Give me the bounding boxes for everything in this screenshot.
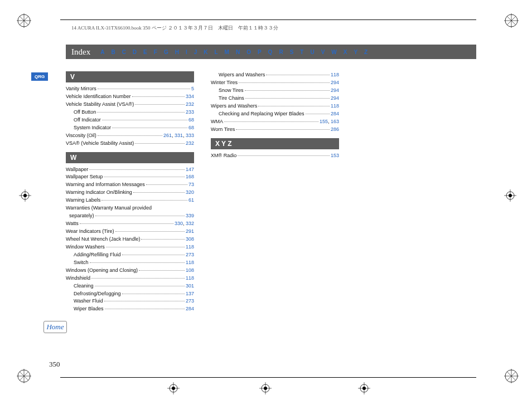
alpha-link-r[interactable]: R: [279, 49, 283, 55]
index-entry-label: Wipers and Washers: [211, 103, 257, 110]
leader-dots: [238, 155, 330, 156]
page-link[interactable]: 163: [331, 119, 339, 124]
index-entry: Wipers and Washers118: [211, 71, 339, 79]
leader-dots: [139, 270, 185, 271]
home-button[interactable]: Home: [43, 321, 67, 333]
qrg-tab-link[interactable]: QRG: [31, 72, 48, 81]
page-link[interactable]: 284: [186, 306, 194, 311]
index-entry-label: Wheel Nut Wrench (Jack Handle): [66, 236, 140, 243]
alpha-link-l[interactable]: L: [214, 49, 217, 55]
page-link[interactable]: 68: [188, 117, 194, 123]
index-entry-pages: 261, 331, 333: [163, 132, 194, 140]
page-link[interactable]: 118: [331, 103, 339, 109]
alpha-link-o[interactable]: O: [246, 49, 251, 55]
alpha-link-j[interactable]: J: [194, 49, 197, 55]
page-link[interactable]: 73: [188, 182, 194, 187]
page-link[interactable]: 5: [191, 86, 194, 91]
page-link[interactable]: 331: [175, 133, 183, 138]
alpha-link-m[interactable]: M: [225, 49, 229, 55]
index-entry: Adding/Refilling Fluid273: [66, 251, 194, 259]
index-entry-pages: 330, 332: [175, 220, 194, 228]
page-link[interactable]: 118: [331, 72, 339, 77]
alpha-link-q[interactable]: Q: [268, 49, 273, 55]
page-link[interactable]: 286: [331, 126, 339, 132]
leader-dots: [98, 89, 190, 89]
page-link[interactable]: 333: [186, 133, 194, 138]
alpha-link-k[interactable]: K: [204, 49, 207, 55]
alpha-link-u[interactable]: U: [310, 49, 314, 55]
alpha-link-g[interactable]: G: [164, 49, 168, 55]
frame-line-bottom: [60, 377, 476, 378]
index-entry-pages: 308: [186, 236, 194, 243]
alpha-link-f[interactable]: F: [154, 49, 157, 55]
page-link[interactable]: 294: [331, 87, 339, 93]
page-link[interactable]: 291: [186, 228, 194, 234]
index-entry-label: Checking and Replacing Wiper Blades: [219, 110, 304, 118]
page-link[interactable]: 232: [186, 101, 194, 107]
page-link[interactable]: 261: [163, 133, 172, 138]
index-entry-label: Off Indicator: [74, 116, 101, 124]
page-link[interactable]: 273: [186, 252, 194, 257]
index-entry-label: Wiper Blades: [74, 305, 104, 313]
page-link[interactable]: 233: [186, 109, 194, 115]
page-link[interactable]: 153: [331, 153, 339, 158]
page-link[interactable]: 155: [320, 119, 328, 124]
alpha-link-d[interactable]: D: [133, 49, 137, 55]
alpha-link-p[interactable]: P: [258, 49, 262, 55]
leader-dots: [122, 255, 185, 255]
page-link[interactable]: 301: [186, 283, 194, 289]
index-entry: Off Button233: [66, 109, 194, 116]
page-link[interactable]: 118: [186, 275, 194, 281]
leader-dots: [97, 112, 185, 113]
page-link[interactable]: 137: [186, 291, 194, 296]
index-entry-pages: 339: [186, 212, 194, 220]
alpha-link-y[interactable]: Y: [354, 49, 357, 55]
leader-dots: [132, 96, 185, 97]
page-link[interactable]: 273: [186, 298, 194, 304]
crop-mark-icon: [504, 369, 519, 383]
page-link[interactable]: 118: [186, 244, 194, 250]
index-entry-pages: 294: [331, 79, 339, 87]
index-entry-pages: 68: [188, 124, 194, 132]
index-entry-pages: 118: [331, 71, 339, 79]
registration-mark-icon: [167, 382, 180, 394]
alpha-link-x[interactable]: X: [344, 49, 347, 55]
page-link[interactable]: 320: [186, 189, 194, 195]
alpha-link-s[interactable]: S: [290, 49, 294, 55]
page-link[interactable]: 232: [186, 140, 194, 146]
page-link[interactable]: 108: [186, 267, 194, 273]
index-entry: Wheel Nut Wrench (Jack Handle)308: [66, 236, 194, 243]
page-link[interactable]: 294: [331, 80, 339, 85]
page-link[interactable]: 294: [331, 95, 339, 101]
index-entry-pages: 232: [186, 140, 194, 148]
alpha-link-c[interactable]: C: [122, 49, 126, 55]
page-link[interactable]: 168: [186, 174, 194, 179]
alpha-link-b[interactable]: B: [111, 49, 115, 55]
page-link[interactable]: 332: [186, 221, 194, 226]
alpha-link-i[interactable]: I: [186, 49, 187, 55]
alpha-link-v[interactable]: V: [321, 49, 325, 55]
index-entry-pages: 73: [188, 181, 194, 189]
index-entry-label: Warranties (Warranty Manual provided: [66, 204, 152, 212]
index-entry-label: Windshield: [66, 275, 90, 282]
page-link[interactable]: 284: [331, 111, 339, 116]
page-link[interactable]: 339: [186, 213, 194, 218]
index-entry-label: Vanity Mirrors: [66, 85, 96, 93]
alpha-link-t[interactable]: T: [300, 49, 303, 55]
alpha-link-z[interactable]: Z: [364, 49, 367, 55]
index-entry-pages: 320: [186, 189, 194, 197]
index-entry-pages: 286: [331, 126, 339, 134]
alpha-link-n[interactable]: N: [236, 49, 240, 55]
page-link[interactable]: 147: [186, 167, 194, 172]
page-link[interactable]: 330: [175, 221, 183, 226]
alpha-link-a[interactable]: A: [100, 49, 104, 55]
page-link[interactable]: 61: [188, 197, 194, 203]
page-link[interactable]: 334: [186, 94, 194, 99]
index-entry-pages: 233: [186, 109, 194, 116]
alpha-link-w[interactable]: W: [331, 49, 336, 55]
alpha-link-h[interactable]: H: [175, 49, 179, 55]
page-link[interactable]: 118: [186, 260, 194, 265]
alpha-link-e[interactable]: E: [143, 49, 147, 55]
page-link[interactable]: 308: [186, 236, 194, 242]
page-link[interactable]: 68: [188, 125, 194, 130]
